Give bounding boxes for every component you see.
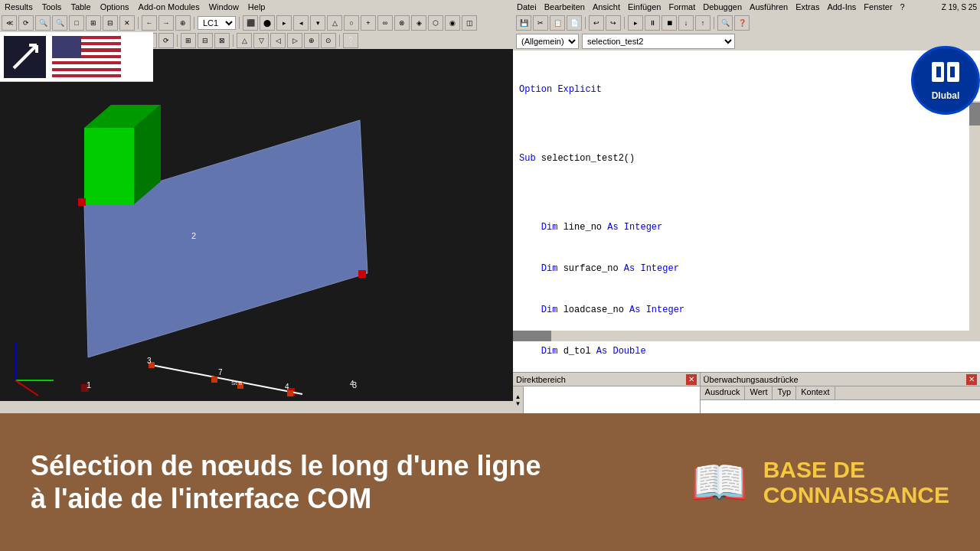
toolbar-btn-14[interactable]: ▸ [276,15,292,31]
menu-datei[interactable]: Datei [513,2,541,11]
svg-text:7: 7 [218,368,223,377]
lc-select[interactable]: LC1 [198,16,236,30]
scrollbar-horizontal[interactable] [513,331,969,341]
toolbar2-btn-19[interactable]: ⊙ [321,33,336,48]
menu-results[interactable]: Results [0,2,38,11]
rtb-3[interactable]: 📋 [550,15,565,31]
toolbar-btn-12[interactable]: ⬛ [243,15,258,31]
toolbar-btn-11[interactable]: ⊕ [175,15,191,31]
toolbar-btn-18[interactable]: ○ [344,15,359,31]
kb-line2: CONNAISSANCE [763,482,949,507]
dropdown-general[interactable]: (Allgemein) [516,34,579,49]
rtb-6[interactable]: ↪ [606,15,621,31]
toolbar-btn-13[interactable]: ⬤ [260,15,275,31]
rtb-1[interactable]: 💾 [516,15,531,31]
menu-format[interactable]: Format [665,2,699,11]
menu-question[interactable]: ? [897,2,909,11]
toolbar2-btn-15[interactable]: ▽ [253,33,269,48]
uberwachung-panel: Überwachungsausdrücke ✕ Ausdruck Wert Ty… [701,373,980,413]
dlubal-logo-icon [930,60,961,89]
toolbar2-btn-12[interactable]: ⊟ [198,33,213,48]
rtb-2[interactable]: ✂ [533,15,548,31]
left-menubar: Results Tools Table Options Add-on Modul… [0,0,513,14]
knowledge-base-label: BASE DE CONNAISSANCE [763,457,949,507]
sep5 [177,34,178,47]
rtb-9[interactable]: ⏹ [662,15,677,31]
rtb-13[interactable]: ❓ [734,15,750,31]
menu-table[interactable]: Table [66,2,95,11]
menu-addon-modules[interactable]: Add-on Modules [134,2,204,11]
toolbar2-btn-18[interactable]: ⊕ [304,33,319,48]
toolbar-btn-21[interactable]: ⊗ [394,15,410,31]
code-line-8: Dim d_tol As Double [519,344,974,358]
toolbar-btn-15[interactable]: ◂ [293,15,309,31]
rtb-5[interactable]: ↩ [589,15,604,31]
menu-tools[interactable]: Tools [38,2,67,11]
toolbar-btn-7[interactable]: ⊟ [103,15,118,31]
toolbar-btn-23[interactable]: ⬡ [428,15,443,31]
rtb-11[interactable]: ↑ [695,15,710,31]
rtb-7[interactable]: ▸ [628,15,643,31]
col-wert: Wert [745,386,773,399]
toolbar-btn-9[interactable]: ← [142,15,157,31]
toolbar-btn-1[interactable]: ≪ [2,15,17,31]
menu-help[interactable]: Help [243,2,270,11]
direktbereich-label: Direktbereich [516,375,566,384]
toolbar-btn-20[interactable]: ∞ [377,15,393,31]
menu-fenster[interactable]: Fenster [860,2,896,11]
menu-options[interactable]: Options [96,2,134,11]
rtb-4[interactable]: 📄 [567,15,582,31]
rtb-8[interactable]: ⏸ [645,15,660,31]
flag-canton [52,36,81,59]
toolbar-btn-22[interactable]: ◈ [411,15,426,31]
bottom-panels: Direktbereich ✕ ▲ ▼ Überwachungsausdrück… [513,372,980,413]
code-editor[interactable]: Option Explicit Sub selection_test2() Di… [513,51,980,372]
scroll-arrow-down[interactable]: ▼ [515,400,521,407]
scrollbar-vertical[interactable] [969,101,980,341]
menu-window[interactable]: Window [204,2,243,11]
rtb-12[interactable]: 🔍 [717,15,733,31]
svg-rect-2 [84,128,134,204]
right-vba-pane: Dlubal Datei Bearbeiten Ansicht Einfügen… [513,0,980,413]
menu-ausfuhren[interactable]: Ausführen [746,2,792,11]
svg-text:St 8: St 8 [231,380,243,386]
toolbar2-btn-14[interactable]: △ [237,33,252,48]
right-menubar: Datei Bearbeiten Ansicht Einfügen Format… [513,0,980,14]
menu-extras[interactable]: Extras [792,2,823,11]
left-viewport-pane: Results Tools Table Options Add-on Modul… [0,0,513,413]
toolbar-btn-25[interactable]: ◫ [462,15,477,31]
toolbar-btn-10[interactable]: → [158,15,174,31]
menu-ansicht[interactable]: Ansicht [589,2,624,11]
menu-bearbeiten[interactable]: Bearbeiten [541,2,589,11]
menu-debuggen[interactable]: Debuggen [699,2,746,11]
toolbar-btn-2[interactable]: ⟳ [18,15,34,31]
toolbar-btn-6[interactable]: ⊞ [86,15,101,31]
toolbar-btn-5[interactable]: □ [69,15,84,31]
toolbar-btn-8[interactable]: ✕ [119,15,135,31]
bottom-banner: Sélection de nœuds le long d'une ligne à… [0,413,980,551]
direktbereich-close-btn[interactable]: ✕ [686,374,697,385]
menu-addins[interactable]: Add-Ins [823,2,860,11]
dropdown-procedure[interactable]: selection_test2 [582,34,735,49]
toolbar-btn-17[interactable]: △ [327,15,342,31]
menu-einfugen[interactable]: Einfügen [624,2,665,11]
toolbar-btn-3[interactable]: 🔍 [35,15,51,31]
toolbar-btn-19[interactable]: + [361,15,376,31]
scrollbar-thumb-h[interactable] [513,331,551,341]
scrollbar-thumb-v[interactable] [969,103,980,126]
rtb-10[interactable]: ↓ [678,15,694,31]
toolbar2-btn-20[interactable]: ❔ [343,33,358,48]
toolbar2-btn-11[interactable]: ⊞ [181,33,196,48]
toolbar2-btn-10[interactable]: ⟳ [158,33,174,48]
code-line-7: Dim loadcase_no As Integer [519,303,974,317]
scroll-arrow-up[interactable]: ▲ [515,393,521,400]
toolbar-btn-16[interactable]: ▾ [310,15,325,31]
toolbar-btn-24[interactable]: ◉ [445,15,460,31]
uberwachung-close-btn[interactable]: ✕ [966,374,977,385]
toolbar-btn-4[interactable]: 🔍 [52,15,67,31]
toolbar2-btn-13[interactable]: ⊠ [214,33,230,48]
col-typ: Typ [773,386,796,399]
svg-rect-6 [358,270,366,278]
toolbar2-btn-16[interactable]: ◁ [270,33,286,48]
toolbar2-btn-17[interactable]: ▷ [287,33,302,48]
